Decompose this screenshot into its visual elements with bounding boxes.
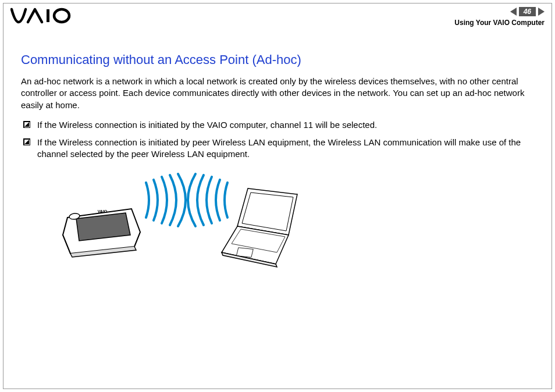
list-item: If the Wireless connection is initiated … [21,119,534,131]
next-page-arrow-icon[interactable] [538,8,545,16]
vaio-logo [10,7,74,29]
svg-rect-0 [47,9,49,22]
prev-page-arrow-icon[interactable] [510,8,517,16]
wireless-waves-left-icon [146,174,186,226]
page-title: Communicating without an Access Point (A… [21,52,534,67]
adhoc-network-illustration: VAIO [50,171,312,276]
page-header: 46 Using Your VAIO Computer [10,7,545,30]
bullet-text: If the Wireless connection is initiated … [37,119,534,131]
bullet-text: If the Wireless connection is initiated … [37,137,534,161]
vaio-device-icon: VAIO [63,209,140,257]
page-content: Communicating without an Access Point (A… [21,52,534,276]
svg-point-1 [54,9,69,22]
intro-paragraph: An ad-hoc network is a network in which … [21,76,534,111]
vaio-logo-svg [10,7,74,24]
section-label: Using Your VAIO Computer [454,19,545,27]
header-right: 46 Using Your VAIO Computer [454,7,545,27]
page-number: 46 [519,7,536,16]
bullet-icon [23,121,30,128]
page-navigation: 46 [510,7,545,16]
laptop-icon [222,188,297,267]
list-item: If the Wireless connection is initiated … [21,137,534,161]
bullet-list: If the Wireless connection is initiated … [21,119,534,161]
svg-text:VAIO: VAIO [98,209,108,213]
wireless-waves-right-icon [188,174,227,226]
bullet-icon [23,138,30,145]
